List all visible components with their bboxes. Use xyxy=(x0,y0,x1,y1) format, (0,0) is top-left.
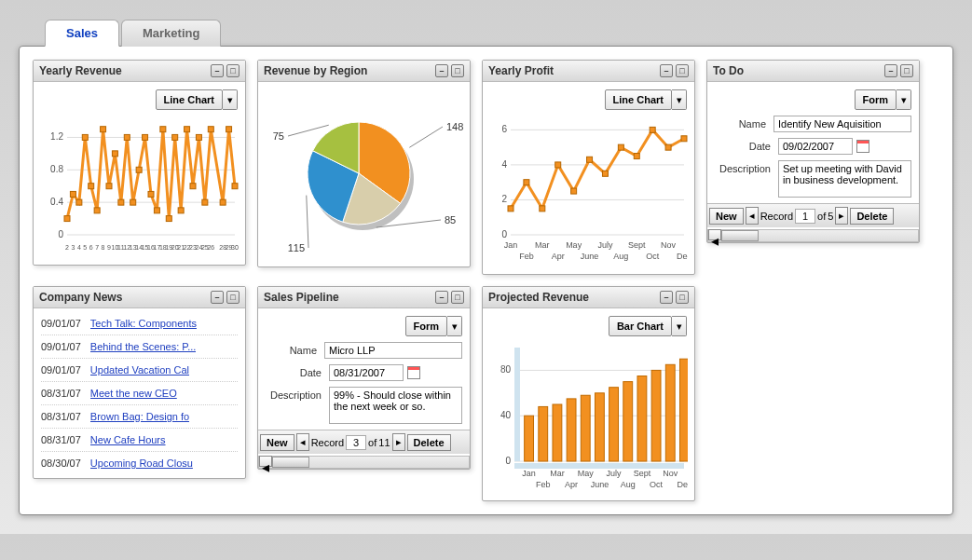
minimize-icon[interactable]: – xyxy=(211,291,224,304)
list-item: 08/31/07Meet the new CEO xyxy=(41,382,238,405)
minimize-icon[interactable]: – xyxy=(884,64,897,77)
date-field[interactable] xyxy=(778,138,853,155)
svg-rect-89 xyxy=(634,154,639,159)
news-link[interactable]: Behind the Scenes: P... xyxy=(90,341,197,352)
svg-text:3: 3 xyxy=(71,244,75,251)
minimize-icon[interactable]: – xyxy=(660,64,673,77)
record-navbar: New ◂ Record of 5 ▸ Delete xyxy=(707,203,919,227)
portlet-company-news: Company News – □ 09/01/07Tech Talk: Comp… xyxy=(33,286,246,479)
scroll-thumb[interactable] xyxy=(721,230,759,241)
prev-record-icon[interactable]: ◂ xyxy=(746,207,759,225)
maximize-icon[interactable]: □ xyxy=(226,64,240,77)
svg-text:Jan: Jan xyxy=(504,240,518,250)
svg-rect-11 xyxy=(82,134,88,140)
svg-rect-21 xyxy=(143,134,148,140)
chart-type-button[interactable]: Line Chart xyxy=(156,89,223,110)
svg-rect-12 xyxy=(89,184,94,189)
svg-text:May: May xyxy=(578,469,595,478)
svg-rect-16 xyxy=(112,151,117,157)
calendar-icon[interactable] xyxy=(856,140,869,153)
news-date: 09/01/07 xyxy=(41,318,81,329)
record-label: Record xyxy=(760,211,793,222)
news-link[interactable]: Brown Bag: Design fo xyxy=(90,411,189,422)
minimize-icon[interactable]: – xyxy=(211,64,224,77)
portlet-yearly-profit: Yearly Profit – □ Line Chart ▾ 0246JanFe… xyxy=(482,60,695,275)
svg-rect-23 xyxy=(154,208,159,213)
svg-text:0.8: 0.8 xyxy=(50,164,63,174)
svg-text:June: June xyxy=(591,480,609,489)
svg-rect-14 xyxy=(101,127,106,132)
news-link[interactable]: Upcoming Road Closu xyxy=(90,458,193,469)
svg-rect-121 xyxy=(651,370,661,461)
maximize-icon[interactable]: □ xyxy=(676,291,689,304)
date-field[interactable] xyxy=(329,364,404,381)
maximize-icon[interactable]: □ xyxy=(226,291,240,304)
svg-text:5: 5 xyxy=(83,244,87,251)
next-record-icon[interactable]: ▸ xyxy=(392,433,405,451)
calendar-icon[interactable] xyxy=(407,366,420,379)
prev-record-icon[interactable]: ◂ xyxy=(296,433,309,451)
description-field[interactable] xyxy=(329,387,462,424)
delete-button[interactable]: Delete xyxy=(407,434,451,451)
scroll-left-icon[interactable]: ◂ xyxy=(708,229,721,240)
chevron-down-icon[interactable]: ▾ xyxy=(672,89,687,110)
news-link[interactable]: Meet the new CEO xyxy=(90,388,177,399)
svg-text:Mar: Mar xyxy=(535,240,550,250)
view-button[interactable]: Form xyxy=(855,89,897,110)
svg-text:26: 26 xyxy=(207,244,214,251)
view-button[interactable]: Form xyxy=(405,316,448,336)
svg-text:148: 148 xyxy=(446,121,463,132)
news-link[interactable]: New Cafe Hours xyxy=(90,434,166,445)
svg-rect-30 xyxy=(196,134,201,140)
minimize-icon[interactable]: – xyxy=(660,291,673,304)
news-link[interactable]: Tech Talk: Components xyxy=(90,318,197,329)
next-record-icon[interactable]: ▸ xyxy=(835,207,848,225)
delete-button[interactable]: Delete xyxy=(850,208,894,225)
chart-type-button[interactable]: Bar Chart xyxy=(609,316,672,336)
svg-rect-86 xyxy=(587,157,593,162)
svg-text:Nov: Nov xyxy=(663,469,678,478)
tab-marketing[interactable]: Marketing xyxy=(121,20,221,47)
yearly-profit-chart: 0246JanFebMarAprMayJuneJulyAugSeptOctNov… xyxy=(490,116,688,265)
chevron-down-icon[interactable]: ▾ xyxy=(447,316,462,336)
maximize-icon[interactable]: □ xyxy=(900,64,913,77)
svg-text:Apr: Apr xyxy=(565,480,578,489)
scrollbar[interactable]: ◂ xyxy=(707,229,919,242)
record-number-field[interactable] xyxy=(795,209,815,224)
svg-line-69 xyxy=(307,196,308,248)
scroll-thumb[interactable] xyxy=(272,457,309,468)
new-button[interactable]: New xyxy=(260,434,294,451)
description-field[interactable] xyxy=(778,160,911,198)
chevron-down-icon[interactable]: ▾ xyxy=(897,89,911,110)
new-button[interactable]: New xyxy=(709,208,744,225)
minimize-icon[interactable]: – xyxy=(435,64,448,77)
scroll-left-icon[interactable]: ◂ xyxy=(259,456,272,467)
record-number-field[interactable] xyxy=(346,435,366,450)
maximize-icon[interactable]: □ xyxy=(676,64,689,77)
chart-type-button[interactable]: Line Chart xyxy=(605,89,672,110)
chevron-down-icon[interactable]: ▾ xyxy=(223,89,238,110)
svg-text:Mar: Mar xyxy=(550,469,565,478)
svg-rect-34 xyxy=(226,127,232,132)
svg-rect-92 xyxy=(681,136,687,142)
name-field[interactable] xyxy=(324,342,462,359)
name-field[interactable] xyxy=(773,116,911,132)
dashboard-panel: Yearly Revenue – □ Line Chart ▾ 00.40.81… xyxy=(19,46,953,515)
svg-text:2: 2 xyxy=(501,194,507,204)
list-item: 09/01/07Behind the Scenes: P... xyxy=(41,335,238,359)
portlet-title: Revenue by Region xyxy=(264,64,367,77)
portlet-title: Projected Revenue xyxy=(488,291,589,304)
tab-sales[interactable]: Sales xyxy=(45,20,119,47)
minimize-icon[interactable]: – xyxy=(435,291,448,304)
news-link[interactable]: Updated Vacation Cal xyxy=(90,364,189,376)
svg-text:0: 0 xyxy=(58,229,63,239)
scrollbar[interactable]: ◂ xyxy=(258,456,470,469)
svg-rect-115 xyxy=(567,399,576,461)
chevron-down-icon[interactable]: ▾ xyxy=(672,316,687,336)
description-label: Description xyxy=(266,387,322,401)
svg-rect-87 xyxy=(602,171,608,176)
portlet-revenue-region: Revenue by Region – □ 1488511575 xyxy=(257,60,471,267)
maximize-icon[interactable]: □ xyxy=(451,64,464,77)
maximize-icon[interactable]: □ xyxy=(451,291,464,304)
svg-rect-29 xyxy=(190,184,196,189)
